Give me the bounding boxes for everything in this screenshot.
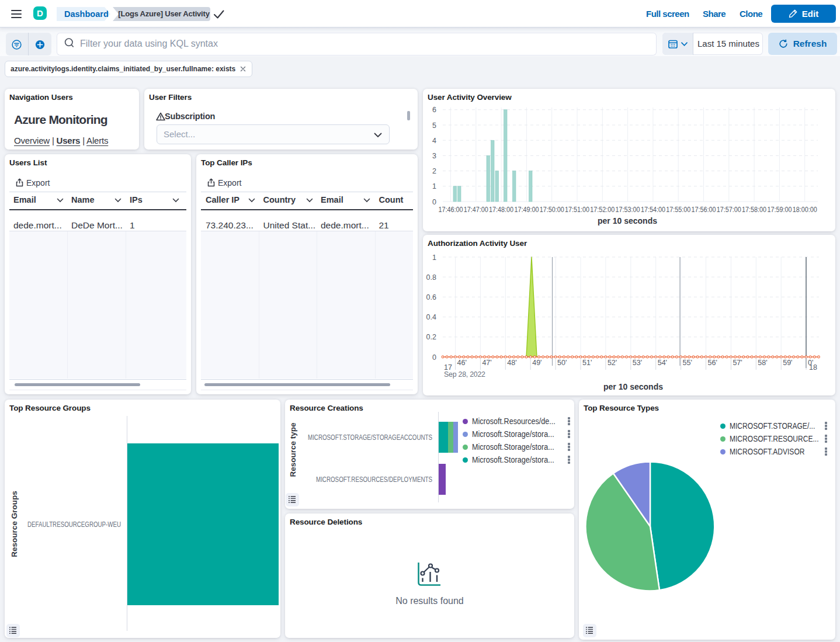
svg-text:17:47:00: 17:47:00 bbox=[464, 206, 488, 214]
svg-text:5: 5 bbox=[432, 122, 436, 130]
svg-text:4: 4 bbox=[432, 137, 436, 145]
svg-text:51': 51' bbox=[582, 359, 592, 367]
svg-text:0.2: 0.2 bbox=[426, 333, 436, 341]
svg-text:Sep 28, 2022: Sep 28, 2022 bbox=[444, 370, 485, 379]
svg-text:1: 1 bbox=[432, 254, 436, 262]
svg-text:59': 59' bbox=[783, 359, 792, 367]
svg-text:54': 54' bbox=[658, 359, 667, 367]
svg-text:56': 56' bbox=[708, 359, 717, 367]
svg-text:17:59:00: 17:59:00 bbox=[767, 206, 792, 214]
svg-text:17:46:00: 17:46:00 bbox=[439, 206, 463, 214]
svg-text:17:56:00: 17:56:00 bbox=[692, 206, 716, 214]
svg-text:MICROSOFT.RESOURCES/DEPLOYMENT: MICROSOFT.RESOURCES/DEPLOYMENTS bbox=[316, 476, 432, 484]
svg-text:17:51:00: 17:51:00 bbox=[565, 206, 589, 214]
svg-text:0: 0 bbox=[432, 353, 436, 362]
svg-text:DEFAULTRESOURCEGROUP-WEU: DEFAULTRESOURCEGROUP-WEU bbox=[27, 520, 121, 529]
svg-text:17:54:00: 17:54:00 bbox=[641, 206, 665, 214]
svg-text:MICROSOFT.STORAGE/STORAGEACCOU: MICROSOFT.STORAGE/STORAGEACCOUNTS bbox=[308, 433, 432, 442]
svg-text:per 10 seconds: per 10 seconds bbox=[598, 216, 657, 225]
svg-text:17:49:00: 17:49:00 bbox=[514, 206, 539, 214]
svg-text:6: 6 bbox=[432, 106, 436, 114]
svg-text:1: 1 bbox=[432, 182, 436, 190]
svg-text:17:50:00: 17:50:00 bbox=[540, 206, 564, 214]
svg-text:per 10 seconds: per 10 seconds bbox=[603, 382, 663, 391]
svg-text:0.6: 0.6 bbox=[426, 293, 436, 301]
svg-text:53': 53' bbox=[633, 359, 642, 367]
svg-text:0.4: 0.4 bbox=[426, 313, 436, 321]
svg-text:55': 55' bbox=[683, 359, 692, 367]
svg-text:0.8: 0.8 bbox=[426, 273, 436, 282]
svg-text:17:58:00: 17:58:00 bbox=[742, 206, 766, 214]
svg-text:58': 58' bbox=[758, 359, 767, 367]
svg-text:52': 52' bbox=[608, 359, 617, 367]
svg-text:50': 50' bbox=[557, 359, 567, 367]
svg-text:17:55:00: 17:55:00 bbox=[666, 206, 690, 214]
svg-text:47': 47' bbox=[482, 359, 491, 367]
svg-text:17:48:00: 17:48:00 bbox=[489, 206, 513, 214]
svg-text:0: 0 bbox=[432, 198, 436, 206]
svg-text:18: 18 bbox=[809, 363, 817, 372]
svg-text:57': 57' bbox=[733, 359, 742, 367]
svg-text:3: 3 bbox=[432, 152, 436, 160]
svg-text:18:00:00: 18:00:00 bbox=[793, 206, 817, 214]
svg-text:49': 49' bbox=[532, 359, 542, 367]
svg-text:17:53:00: 17:53:00 bbox=[616, 206, 640, 214]
svg-text:2: 2 bbox=[432, 167, 436, 175]
svg-text:17:52:00: 17:52:00 bbox=[590, 206, 615, 214]
svg-text:46': 46' bbox=[457, 359, 467, 367]
svg-text:17:57:00: 17:57:00 bbox=[717, 206, 741, 214]
svg-text:48': 48' bbox=[507, 359, 516, 367]
